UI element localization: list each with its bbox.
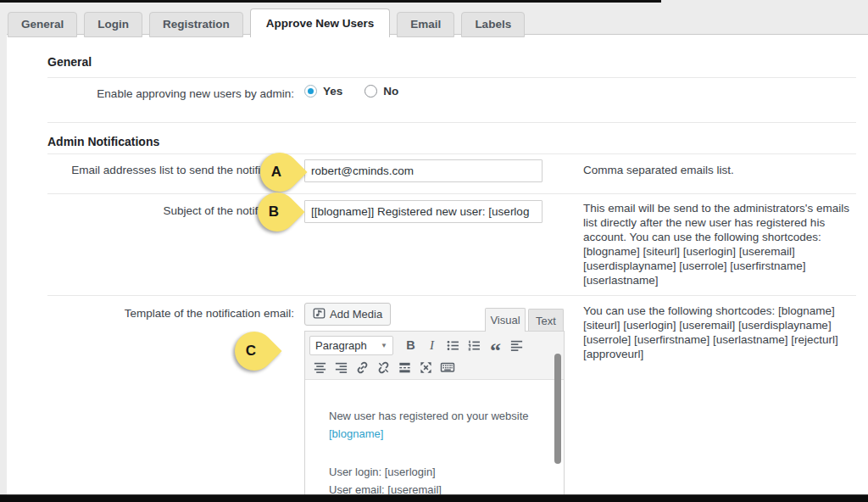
callout-letter: B [254, 192, 293, 231]
tab-email[interactable]: Email [397, 12, 454, 37]
editor-text-tab[interactable]: Text [528, 309, 564, 332]
editor-content-area[interactable]: New user has registered on your website … [305, 380, 564, 496]
bold-button[interactable]: B [400, 336, 421, 355]
settings-tabbar: General Login Registration Approve New U… [8, 8, 525, 37]
enable-approving-label: Enable approving new users by admin: [47, 87, 294, 100]
subject-input[interactable] [304, 200, 542, 223]
radio-no-label: No [383, 85, 398, 98]
bottom-black-strip [0, 494, 868, 502]
insert-more-tag-button[interactable] [394, 358, 415, 377]
subject-help: This email will be send to the administr… [583, 201, 861, 287]
toolbar-toggle-button[interactable] [437, 358, 458, 377]
divider [47, 77, 856, 78]
email-addresses-input[interactable] [304, 159, 542, 182]
admin-notifications-section-title: Admin Notifications [47, 135, 159, 148]
paragraph-format-select[interactable]: Paragraph ▼ [309, 336, 393, 355]
divider [47, 193, 856, 194]
unlink-icon [376, 360, 391, 375]
email-template-editor: Add Media Visual Text Paragraph ▼ B I [304, 302, 565, 496]
editor-visual-tab[interactable]: Visual [485, 308, 526, 332]
numbered-list-button[interactable] [464, 336, 485, 355]
top-black-strip [0, 0, 661, 3]
email-addresses-help: Comma separated emails list. [583, 163, 861, 177]
template-label: Template of the notification email: [47, 307, 294, 320]
radio-no-icon [364, 85, 377, 98]
add-media-label: Add Media [330, 308, 382, 321]
bulleted-list-icon [446, 338, 460, 353]
italic-button[interactable]: I [421, 336, 442, 355]
tab-login[interactable]: Login [84, 12, 142, 37]
radio-yes-label: Yes [323, 85, 342, 98]
divider [47, 153, 856, 154]
remove-link-button[interactable] [373, 358, 394, 377]
template-help: You can use the following shortcodes: [b… [583, 304, 861, 361]
bold-glyph: B [406, 338, 415, 352]
read-more-icon [398, 360, 412, 375]
align-left-button[interactable] [506, 336, 527, 355]
media-icon [313, 307, 326, 322]
align-left-icon [509, 338, 524, 353]
add-media-button[interactable]: Add Media [304, 303, 391, 326]
numbered-list-icon [467, 338, 481, 353]
tab-registration[interactable]: Registration [149, 12, 243, 37]
radio-option-no[interactable]: No [364, 85, 398, 98]
tab-general[interactable]: General [8, 12, 77, 37]
divider [47, 295, 856, 296]
enable-approving-radio-group: Yes No [304, 85, 398, 98]
callout-marker-c: C [235, 332, 274, 371]
fullscreen-button[interactable] [415, 358, 437, 377]
align-right-icon [334, 360, 348, 375]
paragraph-format-value: Paragraph [315, 339, 367, 352]
bulleted-list-button[interactable] [442, 336, 464, 355]
radio-option-yes[interactable]: Yes [304, 85, 342, 98]
editor-blogname-shortcode: [blogname] [329, 427, 383, 440]
editor-box: Paragraph ▼ B I [304, 331, 565, 496]
link-icon [355, 360, 370, 375]
fullscreen-icon [419, 360, 433, 375]
blockquote-button[interactable]: “ [485, 336, 506, 355]
radio-yes-icon [304, 85, 317, 98]
align-center-button[interactable] [309, 358, 331, 377]
tab-approve-new-users[interactable]: Approve New Users [250, 8, 391, 37]
chevron-down-icon: ▼ [381, 342, 387, 349]
tab-labels[interactable]: Labels [461, 12, 525, 37]
callout-marker-a: A [260, 153, 299, 192]
callout-letter: C [231, 332, 270, 371]
divider [47, 122, 856, 123]
editor-line: New user has registered on your website [329, 410, 529, 422]
blockquote-glyph: “ [490, 336, 501, 354]
align-center-icon [313, 360, 327, 375]
editor-scrollbar-thumb[interactable] [554, 354, 561, 464]
general-section-title: General [47, 55, 92, 69]
editor-line: User login: [userlogin] [329, 466, 436, 478]
callout-marker-b: B [258, 192, 297, 231]
insert-link-button[interactable] [352, 358, 373, 377]
italic-glyph: I [430, 338, 434, 353]
toolbar-row-2 [309, 356, 564, 378]
settings-panel: General Enable approving new users by ad… [7, 34, 868, 495]
editor-toolbar: Paragraph ▼ B I [305, 332, 564, 380]
align-right-button[interactable] [331, 358, 352, 377]
keyboard-icon [440, 360, 455, 375]
toolbar-row-1: Paragraph ▼ B I [309, 334, 564, 356]
callout-letter: A [257, 153, 296, 192]
approve-new-users-settings-page: General Login Registration Approve New U… [0, 0, 868, 502]
